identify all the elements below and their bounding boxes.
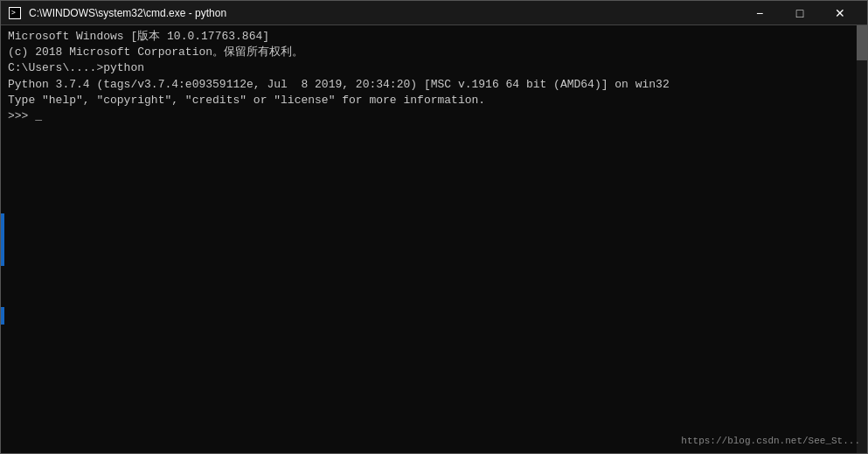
console-body[interactable]: Microsoft Windows [版本 10.0.17763.864] (c… (1, 25, 867, 453)
console-line-5: Type "help", "copyright", "credits" or "… (8, 93, 860, 108)
close-button[interactable]: ✕ (820, 1, 860, 25)
watermark: https://blog.csdn.net/See_St... (681, 436, 860, 446)
console-line-4: Python 3.7.4 (tags/v3.7.4:e09359112e, Ju… (8, 77, 860, 93)
maximize-button[interactable]: □ (780, 1, 820, 25)
console-line-1: Microsoft Windows [版本 10.0.17763.864] (8, 29, 860, 45)
window-controls: − □ ✕ (740, 1, 860, 25)
minimize-button[interactable]: − (740, 1, 780, 25)
console-line-6: >>> _ (8, 108, 860, 124)
left-accent-bottom (1, 307, 4, 325)
scrollbar-thumb[interactable] (857, 25, 867, 60)
title-bar-left: C:\WINDOWS\system32\cmd.exe - python (8, 6, 226, 20)
cmd-window-icon (8, 6, 22, 20)
left-accent (1, 213, 4, 266)
window-title: C:\WINDOWS\system32\cmd.exe - python (29, 7, 226, 19)
cmd-window: C:\WINDOWS\system32\cmd.exe - python − □… (0, 0, 868, 454)
scrollbar[interactable] (857, 25, 867, 453)
console-line-2: (c) 2018 Microsoft Corporation。保留所有权利。 (8, 45, 860, 60)
console-line-3: C:\Users\....>python (8, 60, 860, 76)
title-bar: C:\WINDOWS\system32\cmd.exe - python − □… (1, 1, 867, 25)
